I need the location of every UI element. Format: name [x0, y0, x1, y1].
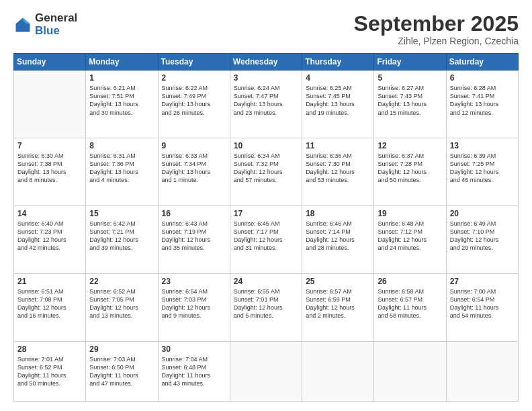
- calendar-cell: [230, 341, 302, 401]
- cell-details: Sunrise: 6:43 AMSunset: 7:19 PMDaylight:…: [162, 220, 226, 253]
- calendar-cell: 20Sunrise: 6:49 AMSunset: 7:10 PMDayligh…: [446, 205, 518, 273]
- calendar-cell: [374, 341, 446, 401]
- cell-details: Sunrise: 6:48 AMSunset: 7:12 PMDaylight:…: [378, 220, 442, 253]
- weekday-wednesday: Wednesday: [230, 54, 302, 71]
- cell-details: Sunrise: 7:01 AMSunset: 6:52 PMDaylight:…: [17, 355, 82, 388]
- calendar-cell: 4Sunrise: 6:25 AMSunset: 7:45 PMDaylight…: [302, 71, 374, 138]
- cell-details: Sunrise: 6:27 AMSunset: 7:43 PMDaylight:…: [378, 84, 442, 117]
- day-number: 24: [234, 277, 298, 286]
- location: Zihle, Plzen Region, Czechia: [354, 36, 519, 46]
- cell-details: Sunrise: 7:04 AMSunset: 6:48 PMDaylight:…: [162, 355, 226, 388]
- day-number: 26: [378, 277, 442, 286]
- calendar-cell: 9Sunrise: 6:33 AMSunset: 7:34 PMDaylight…: [158, 138, 230, 206]
- day-number: 11: [306, 141, 370, 150]
- calendar-cell: 5Sunrise: 6:27 AMSunset: 7:43 PMDaylight…: [374, 71, 446, 138]
- day-number: 2: [162, 73, 226, 83]
- calendar-cell: 28Sunrise: 7:01 AMSunset: 6:52 PMDayligh…: [14, 341, 86, 401]
- cell-details: Sunrise: 6:55 AMSunset: 7:01 PMDaylight:…: [234, 287, 298, 320]
- calendar-cell: [302, 341, 374, 401]
- weekday-monday: Monday: [86, 54, 158, 71]
- calendar-cell: 6Sunrise: 6:28 AMSunset: 7:41 PMDaylight…: [446, 71, 518, 138]
- day-number: 5: [378, 73, 442, 83]
- day-number: 1: [89, 73, 154, 83]
- calendar-cell: 13Sunrise: 6:39 AMSunset: 7:25 PMDayligh…: [446, 138, 518, 206]
- day-number: 3: [234, 73, 298, 83]
- week-row-4: 21Sunrise: 6:51 AMSunset: 7:08 PMDayligh…: [14, 273, 519, 341]
- calendar-cell: 23Sunrise: 6:54 AMSunset: 7:03 PMDayligh…: [158, 273, 230, 341]
- cell-details: Sunrise: 6:34 AMSunset: 7:32 PMDaylight:…: [234, 152, 298, 185]
- day-number: 7: [17, 141, 82, 150]
- calendar-cell: 11Sunrise: 6:36 AMSunset: 7:30 PMDayligh…: [302, 138, 374, 206]
- calendar-cell: 22Sunrise: 6:52 AMSunset: 7:05 PMDayligh…: [86, 273, 158, 341]
- day-number: 28: [17, 345, 82, 354]
- day-number: 14: [17, 209, 82, 218]
- calendar-cell: 2Sunrise: 6:22 AMSunset: 7:49 PMDaylight…: [158, 71, 230, 138]
- weekday-tuesday: Tuesday: [158, 54, 230, 71]
- cell-details: Sunrise: 7:00 AMSunset: 6:54 PMDaylight:…: [450, 287, 515, 320]
- cell-details: Sunrise: 6:46 AMSunset: 7:14 PMDaylight:…: [306, 220, 370, 253]
- calendar-cell: 16Sunrise: 6:43 AMSunset: 7:19 PMDayligh…: [158, 205, 230, 273]
- cell-details: Sunrise: 6:22 AMSunset: 7:49 PMDaylight:…: [162, 84, 226, 117]
- logo-blue: Blue: [35, 25, 77, 38]
- calendar-cell: 10Sunrise: 6:34 AMSunset: 7:32 PMDayligh…: [230, 138, 302, 206]
- day-number: 20: [450, 209, 515, 218]
- calendar-cell: 21Sunrise: 6:51 AMSunset: 7:08 PMDayligh…: [14, 273, 86, 341]
- calendar: SundayMondayTuesdayWednesdayThursdayFrid…: [13, 53, 519, 402]
- calendar-cell: 25Sunrise: 6:57 AMSunset: 6:59 PMDayligh…: [302, 273, 374, 341]
- calendar-cell: 19Sunrise: 6:48 AMSunset: 7:12 PMDayligh…: [374, 205, 446, 273]
- page: General Blue September 2025 Zihle, Plzen…: [0, 0, 532, 411]
- day-number: 19: [378, 209, 442, 218]
- week-row-2: 7Sunrise: 6:30 AMSunset: 7:38 PMDaylight…: [14, 138, 519, 206]
- day-number: 8: [89, 141, 154, 150]
- day-number: 10: [234, 141, 298, 150]
- weekday-friday: Friday: [374, 54, 446, 71]
- calendar-cell: 29Sunrise: 7:03 AMSunset: 6:50 PMDayligh…: [86, 341, 158, 401]
- cell-details: Sunrise: 6:25 AMSunset: 7:45 PMDaylight:…: [306, 84, 370, 117]
- day-number: 22: [89, 277, 154, 286]
- cell-details: Sunrise: 6:57 AMSunset: 6:59 PMDaylight:…: [306, 287, 370, 320]
- cell-details: Sunrise: 6:30 AMSunset: 7:38 PMDaylight:…: [17, 152, 82, 185]
- day-number: 23: [162, 277, 226, 286]
- cell-details: Sunrise: 6:42 AMSunset: 7:21 PMDaylight:…: [89, 220, 154, 253]
- week-row-5: 28Sunrise: 7:01 AMSunset: 6:52 PMDayligh…: [14, 341, 519, 401]
- cell-details: Sunrise: 6:51 AMSunset: 7:08 PMDaylight:…: [17, 287, 82, 320]
- calendar-cell: 17Sunrise: 6:45 AMSunset: 7:17 PMDayligh…: [230, 205, 302, 273]
- day-number: 25: [306, 277, 370, 286]
- day-number: 15: [89, 209, 154, 218]
- calendar-cell: 7Sunrise: 6:30 AMSunset: 7:38 PMDaylight…: [14, 138, 86, 206]
- weekday-sunday: Sunday: [14, 54, 86, 71]
- day-number: 9: [162, 141, 226, 150]
- calendar-cell: 14Sunrise: 6:40 AMSunset: 7:23 PMDayligh…: [14, 205, 86, 273]
- day-number: 16: [162, 209, 226, 218]
- day-number: 27: [450, 277, 515, 286]
- cell-details: Sunrise: 7:03 AMSunset: 6:50 PMDaylight:…: [89, 355, 154, 388]
- logo: General Blue: [13, 12, 77, 37]
- cell-details: Sunrise: 6:36 AMSunset: 7:30 PMDaylight:…: [306, 152, 370, 185]
- calendar-cell: [14, 71, 86, 138]
- calendar-cell: 15Sunrise: 6:42 AMSunset: 7:21 PMDayligh…: [86, 205, 158, 273]
- calendar-cell: 30Sunrise: 7:04 AMSunset: 6:48 PMDayligh…: [158, 341, 230, 401]
- cell-details: Sunrise: 6:21 AMSunset: 7:51 PMDaylight:…: [89, 84, 154, 117]
- week-row-1: 1Sunrise: 6:21 AMSunset: 7:51 PMDaylight…: [14, 71, 519, 138]
- cell-details: Sunrise: 6:49 AMSunset: 7:10 PMDaylight:…: [450, 220, 515, 253]
- calendar-cell: 18Sunrise: 6:46 AMSunset: 7:14 PMDayligh…: [302, 205, 374, 273]
- cell-details: Sunrise: 6:24 AMSunset: 7:47 PMDaylight:…: [234, 84, 298, 117]
- day-number: 18: [306, 209, 370, 218]
- day-number: 4: [306, 73, 370, 83]
- day-number: 29: [89, 345, 154, 354]
- cell-details: Sunrise: 6:31 AMSunset: 7:36 PMDaylight:…: [89, 152, 154, 185]
- day-number: 17: [234, 209, 298, 218]
- cell-details: Sunrise: 6:40 AMSunset: 7:23 PMDaylight:…: [17, 220, 82, 253]
- cell-details: Sunrise: 6:33 AMSunset: 7:34 PMDaylight:…: [162, 152, 226, 185]
- calendar-cell: 26Sunrise: 6:58 AMSunset: 6:57 PMDayligh…: [374, 273, 446, 341]
- cell-details: Sunrise: 6:37 AMSunset: 7:28 PMDaylight:…: [378, 152, 442, 185]
- day-number: 6: [450, 73, 515, 83]
- cell-details: Sunrise: 6:39 AMSunset: 7:25 PMDaylight:…: [450, 152, 515, 185]
- cell-details: Sunrise: 6:54 AMSunset: 7:03 PMDaylight:…: [162, 287, 226, 320]
- cell-details: Sunrise: 6:58 AMSunset: 6:57 PMDaylight:…: [378, 287, 442, 320]
- calendar-cell: [446, 341, 518, 401]
- calendar-cell: 24Sunrise: 6:55 AMSunset: 7:01 PMDayligh…: [230, 273, 302, 341]
- week-row-3: 14Sunrise: 6:40 AMSunset: 7:23 PMDayligh…: [14, 205, 519, 273]
- day-number: 12: [378, 141, 442, 150]
- day-number: 21: [17, 277, 82, 286]
